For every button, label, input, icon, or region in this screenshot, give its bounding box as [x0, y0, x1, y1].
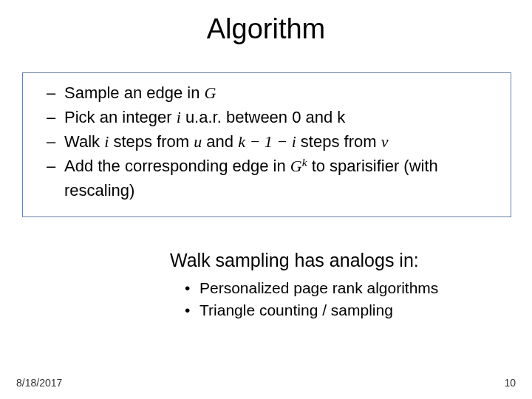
step-3-text-d: steps from	[296, 132, 381, 151]
analogs-heading: Walk sampling has analogs in:	[170, 250, 517, 271]
var-Gk-exp: k	[302, 156, 307, 168]
analogs-block: Walk sampling has analogs in: Personaliz…	[170, 250, 517, 322]
var-u: u	[194, 132, 202, 151]
step-2-text-b: u.a.r. between 0 and k	[181, 108, 346, 126]
step-3-text-c: and	[202, 132, 238, 151]
analogs-list: Personalized page rank algorithms Triang…	[170, 277, 517, 322]
slide: Algorithm Sample an edge in G Pick an in…	[0, 0, 532, 399]
step-3-text-b: steps from	[109, 132, 194, 151]
step-4: Add the corresponding edge in Gk to spar…	[33, 154, 500, 202]
step-2: Pick an integer i u.a.r. between 0 and k	[33, 105, 500, 129]
step-3: Walk i steps from u and k − 1 − i steps …	[33, 129, 500, 154]
var-Gk-base: G	[290, 157, 302, 175]
slide-title: Algorithm	[0, 0, 532, 45]
var-v: v	[381, 132, 389, 151]
step-1-text-a: Sample an edge in	[64, 83, 205, 102]
footer-date: 8/18/2017	[16, 377, 62, 389]
step-3-text-a: Walk	[64, 132, 104, 151]
step-1: Sample an edge in G	[33, 81, 500, 105]
analogs-item-2: Triangle counting / sampling	[170, 299, 517, 321]
step-2-text-a: Pick an integer	[64, 108, 177, 126]
analogs-item-1: Personalized page rank algorithms	[170, 277, 517, 299]
algorithm-steps: Sample an edge in G Pick an integer i u.…	[33, 81, 500, 202]
algorithm-box: Sample an edge in G Pick an integer i u.…	[22, 72, 511, 217]
var-G: G	[205, 83, 216, 102]
expr-k-1-i: k − 1 − i	[238, 132, 296, 151]
step-4-text-a: Add the corresponding edge in	[64, 157, 290, 175]
footer-page-number: 10	[504, 377, 516, 389]
